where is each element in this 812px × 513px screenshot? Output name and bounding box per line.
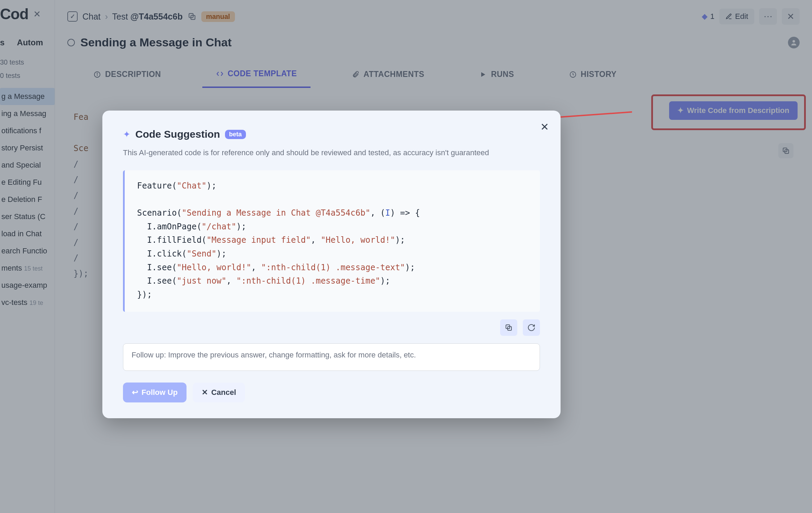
- code-token: I.see(: [137, 263, 177, 272]
- sparkle-icon: ✦: [123, 129, 131, 140]
- code-token: , (: [370, 208, 385, 218]
- code-token: "just now": [177, 276, 227, 286]
- code-token: I.see(: [137, 276, 177, 286]
- code-token: ,: [226, 276, 236, 286]
- code-token: "/chat": [202, 222, 236, 231]
- code-token: });: [137, 290, 152, 299]
- regenerate-button[interactable]: [523, 319, 540, 336]
- code-token: "Sending a Message in Chat @T4a554c6b": [182, 208, 370, 218]
- code-token: );: [206, 181, 216, 191]
- close-icon: ✕: [202, 388, 208, 397]
- code-token: );: [236, 222, 246, 231]
- cancel-label: Cancel: [211, 388, 236, 397]
- code-token: ":nth-child(1) .message-text": [261, 263, 405, 272]
- code-token: );: [395, 235, 405, 245]
- modal-subtitle: This AI-generated code is for reference …: [123, 147, 494, 159]
- code-token: );: [405, 263, 415, 272]
- modal-close-button[interactable]: ✕: [540, 121, 549, 133]
- follow-up-label: Follow Up: [142, 388, 178, 397]
- code-token: I.fillField(: [137, 235, 206, 245]
- code-token: );: [380, 276, 390, 286]
- beta-badge: beta: [225, 130, 246, 139]
- return-icon: ↩: [132, 388, 138, 397]
- code-token: ,: [311, 235, 321, 245]
- code-token: I: [385, 208, 390, 218]
- code-token: ":nth-child(1) .message-time": [236, 276, 380, 286]
- code-token: "Message input field": [206, 235, 311, 245]
- follow-up-input[interactable]: [123, 343, 540, 371]
- code-token: Scenario: [137, 208, 177, 218]
- modal-title: Code Suggestion: [135, 128, 220, 140]
- cancel-button[interactable]: ✕ Cancel: [193, 383, 245, 402]
- code-suggestion-modal: ✕ ✦ Code Suggestion beta This AI-generat…: [102, 111, 561, 418]
- code-token: "Hello, world!": [321, 235, 395, 245]
- code-token: ) => {: [390, 208, 420, 218]
- follow-up-button[interactable]: ↩ Follow Up: [123, 383, 187, 402]
- code-token: ,: [251, 263, 261, 272]
- code-token: "Chat": [177, 181, 207, 191]
- code-token: );: [216, 249, 226, 259]
- code-token: I.click(: [137, 249, 187, 259]
- copy-suggestion-button[interactable]: [500, 319, 517, 336]
- code-token: I.amOnPage(: [137, 222, 202, 231]
- code-token: "Send": [187, 249, 217, 259]
- suggested-code: Feature("Chat"); Scenario("Sending a Mes…: [123, 170, 540, 312]
- code-token: "Hello, world!": [177, 263, 251, 272]
- code-token: Feature: [137, 181, 172, 191]
